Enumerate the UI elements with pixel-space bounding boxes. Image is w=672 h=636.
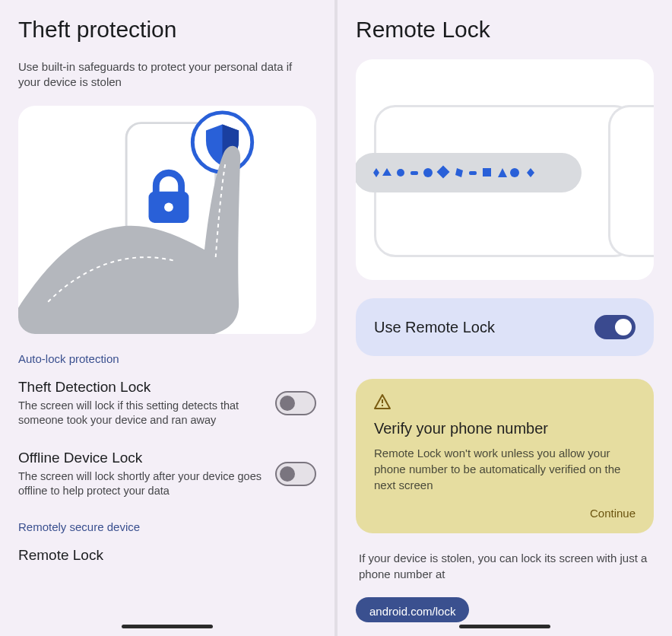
setting-desc: The screen will lock if this setting det… xyxy=(18,399,263,428)
warning-body: Remote Lock won't work unless you allow … xyxy=(374,445,636,493)
theft-protection-screen: Theft protection Use built-in safeguards… xyxy=(0,0,338,636)
svg-rect-13 xyxy=(382,399,383,403)
continue-button[interactable]: Continue xyxy=(374,507,636,520)
info-text: If your device is stolen, you can lock i… xyxy=(356,550,654,582)
remote-lock-row[interactable]: Remote Lock xyxy=(18,547,316,567)
svg-rect-5 xyxy=(410,171,418,175)
svg-rect-8 xyxy=(469,171,477,175)
offline-lock-row[interactable]: Offline Device Lock The screen will lock… xyxy=(18,450,316,499)
setting-desc: The screen will lock shortly after your … xyxy=(18,469,263,499)
remote-lock-illustration xyxy=(356,59,654,280)
theft-detection-row[interactable]: Theft Detection Lock The screen will loc… xyxy=(18,379,316,428)
setting-title: Offline Device Lock xyxy=(18,450,263,466)
setting-title: Theft Detection Lock xyxy=(18,379,263,396)
setting-text: Theft Detection Lock The screen will loc… xyxy=(18,379,275,428)
theft-detection-toggle[interactable] xyxy=(275,391,316,415)
offline-lock-toggle[interactable] xyxy=(275,462,316,486)
use-remote-lock-toggle[interactable] xyxy=(594,315,636,339)
svg-point-6 xyxy=(423,168,433,177)
page-title: Remote Lock xyxy=(356,17,654,43)
setting-text: Offline Device Lock The screen will lock… xyxy=(18,450,275,499)
warning-triangle-icon xyxy=(374,394,636,412)
svg-rect-14 xyxy=(382,405,383,406)
svg-rect-9 xyxy=(483,168,491,176)
use-remote-lock-card[interactable]: Use Remote Lock xyxy=(356,298,654,356)
verify-phone-warning: Verify your phone number Remote Lock won… xyxy=(356,379,654,533)
toggle-label: Use Remote Lock xyxy=(374,319,495,336)
page-title: Theft protection xyxy=(18,17,316,43)
svg-point-10 xyxy=(510,168,519,177)
url-chip[interactable]: android.com/lock xyxy=(356,597,469,622)
svg-point-4 xyxy=(397,169,404,176)
theft-illustration xyxy=(18,106,316,334)
svg-rect-7 xyxy=(437,166,450,179)
setting-title: Remote Lock xyxy=(18,547,304,564)
remote-lock-screen: Remote Lock xyxy=(338,0,672,636)
setting-text: Remote Lock xyxy=(18,547,316,567)
page-subtitle: Use built-in safeguards to protect your … xyxy=(18,59,316,91)
nav-indicator[interactable] xyxy=(122,625,213,628)
passcode-glyphs xyxy=(356,153,582,192)
svg-point-2 xyxy=(164,202,173,211)
section-label-autolock: Auto-lock protection xyxy=(18,352,316,365)
nav-indicator[interactable] xyxy=(459,625,550,628)
section-label-remote: Remotely secure device xyxy=(18,520,316,533)
warning-title: Verify your phone number xyxy=(374,420,636,437)
